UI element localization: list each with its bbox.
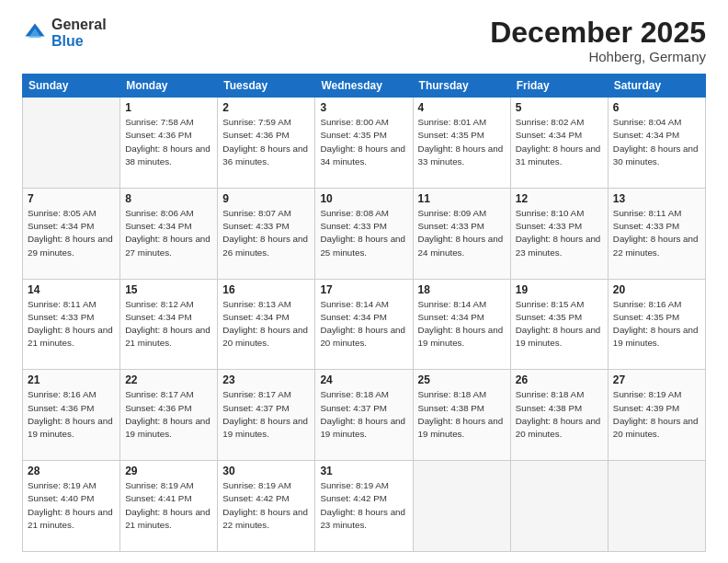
calendar-cell: 7Sunrise: 8:05 AMSunset: 4:34 PMDaylight…	[23, 188, 120, 279]
cell-info: Sunrise: 8:18 AMSunset: 4:38 PMDaylight:…	[418, 389, 504, 439]
title-block: December 2025 Hohberg, Germany	[490, 17, 706, 64]
calendar-cell: 31Sunrise: 8:19 AMSunset: 4:42 PMDayligh…	[315, 461, 413, 552]
cell-day-number: 22	[125, 373, 212, 386]
calendar-cell: 20Sunrise: 8:16 AMSunset: 4:35 PMDayligh…	[608, 279, 705, 370]
month-title: December 2025	[490, 17, 706, 49]
day-header: Friday	[510, 75, 608, 98]
calendar-cell: 21Sunrise: 8:16 AMSunset: 4:36 PMDayligh…	[23, 370, 120, 461]
cell-day-number: 20	[613, 283, 700, 296]
cell-info: Sunrise: 8:06 AMSunset: 4:34 PMDaylight:…	[125, 208, 210, 258]
cell-day-number: 1	[125, 101, 212, 114]
logo-text: General Blue	[51, 17, 107, 49]
calendar-cell: 8Sunrise: 8:06 AMSunset: 4:34 PMDaylight…	[120, 188, 218, 279]
cell-info: Sunrise: 8:14 AMSunset: 4:34 PMDaylight:…	[320, 299, 405, 349]
calendar-cell: 22Sunrise: 8:17 AMSunset: 4:36 PMDayligh…	[120, 370, 218, 461]
calendar-cell: 23Sunrise: 8:17 AMSunset: 4:37 PMDayligh…	[218, 370, 315, 461]
cell-day-number: 17	[320, 283, 407, 296]
cell-day-number: 14	[28, 283, 115, 296]
cell-day-number: 3	[320, 101, 407, 114]
cell-info: Sunrise: 8:17 AMSunset: 4:37 PMDaylight:…	[222, 389, 308, 439]
cell-day-number: 21	[28, 373, 115, 386]
calendar-week-row: 1Sunrise: 7:58 AMSunset: 4:36 PMDaylight…	[23, 98, 706, 189]
cell-day-number: 24	[320, 373, 407, 386]
cell-info: Sunrise: 8:16 AMSunset: 4:36 PMDaylight:…	[28, 389, 113, 439]
calendar-cell: 2Sunrise: 7:59 AMSunset: 4:36 PMDaylight…	[218, 98, 315, 189]
calendar-cell: 28Sunrise: 8:19 AMSunset: 4:40 PMDayligh…	[23, 461, 120, 552]
cell-day-number: 23	[222, 373, 310, 386]
cell-day-number: 13	[613, 192, 700, 205]
calendar-cell: 30Sunrise: 8:19 AMSunset: 4:42 PMDayligh…	[218, 461, 315, 552]
calendar-week-row: 14Sunrise: 8:11 AMSunset: 4:33 PMDayligh…	[23, 279, 706, 370]
calendar-cell: 24Sunrise: 8:18 AMSunset: 4:37 PMDayligh…	[315, 370, 413, 461]
calendar-cell: 26Sunrise: 8:18 AMSunset: 4:38 PMDayligh…	[510, 370, 608, 461]
cell-info: Sunrise: 8:12 AMSunset: 4:34 PMDaylight:…	[125, 299, 210, 349]
cell-day-number: 26	[516, 373, 603, 386]
cell-day-number: 11	[418, 192, 506, 205]
cell-day-number: 6	[613, 101, 700, 114]
logo: General Blue	[22, 17, 107, 49]
cell-day-number: 8	[125, 192, 212, 205]
cell-day-number: 25	[418, 373, 506, 386]
calendar-cell: 1Sunrise: 7:58 AMSunset: 4:36 PMDaylight…	[120, 98, 218, 189]
cell-info: Sunrise: 8:11 AMSunset: 4:33 PMDaylight:…	[28, 299, 113, 349]
calendar-cell	[23, 98, 120, 189]
cell-info: Sunrise: 8:00 AMSunset: 4:35 PMDaylight:…	[320, 117, 405, 167]
calendar-cell	[413, 461, 510, 552]
calendar-cell: 13Sunrise: 8:11 AMSunset: 4:33 PMDayligh…	[608, 188, 705, 279]
calendar-cell	[608, 461, 705, 552]
calendar-header-row: SundayMondayTuesdayWednesdayThursdayFrid…	[23, 75, 706, 98]
cell-info: Sunrise: 8:18 AMSunset: 4:37 PMDaylight:…	[320, 389, 405, 439]
cell-info: Sunrise: 8:11 AMSunset: 4:33 PMDaylight:…	[613, 208, 699, 258]
calendar-cell: 29Sunrise: 8:19 AMSunset: 4:41 PMDayligh…	[120, 461, 218, 552]
logo-blue: Blue	[51, 33, 84, 49]
cell-info: Sunrise: 8:19 AMSunset: 4:39 PMDaylight:…	[613, 389, 699, 439]
cell-day-number: 30	[222, 465, 310, 477]
cell-info: Sunrise: 8:04 AMSunset: 4:34 PMDaylight:…	[613, 117, 699, 167]
cell-day-number: 9	[222, 192, 310, 205]
calendar-week-row: 21Sunrise: 8:16 AMSunset: 4:36 PMDayligh…	[23, 370, 706, 461]
cell-info: Sunrise: 8:19 AMSunset: 4:40 PMDaylight:…	[28, 480, 113, 530]
cell-info: Sunrise: 7:59 AMSunset: 4:36 PMDaylight:…	[222, 117, 308, 167]
cell-day-number: 4	[418, 101, 506, 114]
logo-icon	[22, 20, 48, 46]
cell-info: Sunrise: 8:15 AMSunset: 4:35 PMDaylight:…	[516, 299, 601, 349]
calendar-cell: 4Sunrise: 8:01 AMSunset: 4:35 PMDaylight…	[413, 98, 510, 189]
cell-info: Sunrise: 8:19 AMSunset: 4:41 PMDaylight:…	[125, 480, 210, 530]
cell-day-number: 5	[516, 101, 603, 114]
calendar-cell: 3Sunrise: 8:00 AMSunset: 4:35 PMDaylight…	[315, 98, 413, 189]
cell-info: Sunrise: 8:17 AMSunset: 4:36 PMDaylight:…	[125, 389, 210, 439]
cell-day-number: 31	[320, 465, 407, 477]
day-header: Thursday	[413, 75, 510, 98]
cell-info: Sunrise: 8:02 AMSunset: 4:34 PMDaylight:…	[516, 117, 601, 167]
cell-day-number: 7	[28, 192, 115, 205]
cell-info: Sunrise: 7:58 AMSunset: 4:36 PMDaylight:…	[125, 117, 210, 167]
calendar-cell: 27Sunrise: 8:19 AMSunset: 4:39 PMDayligh…	[608, 370, 705, 461]
cell-info: Sunrise: 8:10 AMSunset: 4:33 PMDaylight:…	[516, 208, 601, 258]
cell-day-number: 12	[516, 192, 603, 205]
day-header: Saturday	[608, 75, 705, 98]
calendar-cell: 5Sunrise: 8:02 AMSunset: 4:34 PMDaylight…	[510, 98, 608, 189]
calendar-cell: 6Sunrise: 8:04 AMSunset: 4:34 PMDaylight…	[608, 98, 705, 189]
cell-info: Sunrise: 8:14 AMSunset: 4:34 PMDaylight:…	[418, 299, 504, 349]
calendar: SundayMondayTuesdayWednesdayThursdayFrid…	[22, 74, 706, 552]
calendar-cell: 25Sunrise: 8:18 AMSunset: 4:38 PMDayligh…	[413, 370, 510, 461]
cell-day-number: 27	[613, 373, 700, 386]
page: General Blue December 2025 Hohberg, Germ…	[0, 0, 728, 563]
location: Hohberg, Germany	[490, 49, 706, 64]
calendar-cell: 14Sunrise: 8:11 AMSunset: 4:33 PMDayligh…	[23, 279, 120, 370]
cell-info: Sunrise: 8:01 AMSunset: 4:35 PMDaylight:…	[418, 117, 504, 167]
calendar-cell: 18Sunrise: 8:14 AMSunset: 4:34 PMDayligh…	[413, 279, 510, 370]
day-header: Tuesday	[218, 75, 315, 98]
day-header: Wednesday	[315, 75, 413, 98]
cell-day-number: 10	[320, 192, 407, 205]
cell-info: Sunrise: 8:19 AMSunset: 4:42 PMDaylight:…	[222, 480, 308, 530]
cell-day-number: 16	[222, 283, 310, 296]
cell-info: Sunrise: 8:05 AMSunset: 4:34 PMDaylight:…	[28, 208, 113, 258]
calendar-cell: 9Sunrise: 8:07 AMSunset: 4:33 PMDaylight…	[218, 188, 315, 279]
cell-day-number: 15	[125, 283, 212, 296]
cell-day-number: 28	[28, 465, 115, 477]
cell-day-number: 19	[516, 283, 603, 296]
logo-general: General	[51, 17, 107, 32]
calendar-week-row: 7Sunrise: 8:05 AMSunset: 4:34 PMDaylight…	[23, 188, 706, 279]
cell-info: Sunrise: 8:09 AMSunset: 4:33 PMDaylight:…	[418, 208, 504, 258]
